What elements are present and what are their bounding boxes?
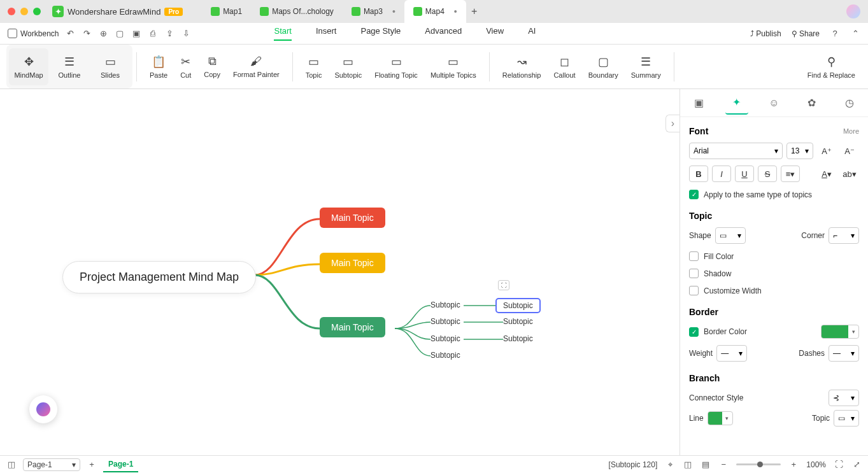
central-topic[interactable]: Project Management Mind Map	[62, 261, 256, 293]
subtopic-button[interactable]: ▭Subtopic	[328, 48, 368, 85]
main-topic-1[interactable]: Main Topic	[320, 208, 385, 228]
canvas[interactable]: › Project Management Mind Map Main Topic…	[0, 89, 679, 455]
connector-select[interactable]: ⊰▾	[829, 390, 859, 406]
paste-button[interactable]: 📋Paste	[143, 48, 174, 85]
border-color-checkbox[interactable]: ✓	[689, 327, 699, 337]
add-page-icon[interactable]: +	[87, 460, 97, 470]
zoom-value[interactable]: 100%	[806, 460, 826, 469]
undo-icon[interactable]: ↶	[65, 29, 75, 39]
chevron-up-icon[interactable]: ⌃	[850, 29, 860, 39]
main-topic-3[interactable]: Main Topic	[320, 317, 385, 337]
panel-tab-history[interactable]: ◷	[838, 92, 861, 115]
panel-tab-layout[interactable]: ▣	[688, 92, 711, 115]
view-outline[interactable]: ☰Outline	[50, 48, 89, 85]
print-icon[interactable]: ⎙	[148, 29, 158, 39]
panel-collapse-handle[interactable]: ›	[665, 115, 679, 132]
tab-map4[interactable]: Map4•	[404, 0, 466, 23]
subtopic-node[interactable]: Subtopic	[430, 300, 460, 309]
underline-button[interactable]: U	[735, 166, 754, 182]
menu-advanced[interactable]: Advanced	[425, 26, 462, 41]
floating-topic-button[interactable]: ▭Floating Topic	[368, 48, 424, 85]
tab-map1[interactable]: Map1	[202, 0, 251, 23]
page-selector[interactable]: Page-1▾	[23, 458, 80, 471]
workbench-button[interactable]: Workbench	[8, 29, 59, 38]
maximize-window[interactable]	[33, 8, 41, 15]
weight-select[interactable]: —▾	[716, 345, 747, 362]
strike-button[interactable]: S	[758, 166, 777, 182]
apply-same-checkbox[interactable]: ✓	[689, 190, 699, 199]
summary-button[interactable]: ☰Summary	[625, 48, 667, 85]
fullscreen-icon[interactable]: ⤢	[851, 460, 862, 470]
subtopic-node[interactable]: Subtopic	[503, 334, 533, 343]
menu-page-style[interactable]: Page Style	[360, 26, 401, 41]
zoom-out[interactable]: −	[718, 460, 729, 470]
share-button[interactable]: ⚲ Share	[792, 29, 820, 38]
tab-maps-of[interactable]: Maps Of...chology	[251, 0, 343, 23]
user-avatar[interactable]	[846, 4, 860, 18]
font-color[interactable]: A▾	[817, 166, 836, 182]
view-mindmap[interactable]: ✥MindMap	[9, 48, 48, 85]
fill-color-checkbox[interactable]	[689, 251, 699, 261]
close-window[interactable]	[8, 8, 15, 15]
save-icon[interactable]: ▣	[131, 29, 141, 39]
align-button[interactable]: ≡▾	[781, 166, 800, 182]
menu-start[interactable]: Start	[274, 26, 291, 41]
line-color[interactable]: ▾	[708, 411, 733, 425]
help-icon[interactable]: ?	[830, 29, 840, 39]
page-tab[interactable]: Page-1	[103, 457, 138, 472]
callout-button[interactable]: ◻Callout	[547, 48, 581, 85]
font-size-select[interactable]: 13▾	[786, 143, 813, 159]
menu-ai[interactable]: AI	[528, 26, 536, 41]
font-decrease[interactable]: A⁻	[840, 143, 859, 159]
layout2-icon[interactable]: ▤	[701, 460, 711, 470]
main-topic-2[interactable]: Main Topic	[320, 253, 385, 273]
layout1-icon[interactable]: ◫	[683, 460, 693, 470]
minimize-window[interactable]	[20, 8, 28, 15]
subtopic-node[interactable]: Subtopic	[430, 334, 460, 343]
text-case[interactable]: ab▾	[840, 166, 859, 182]
border-color-picker[interactable]: ▾	[821, 325, 859, 339]
publish-button[interactable]: ⤴ Publish	[750, 29, 781, 38]
find-replace-button[interactable]: ⚲Find & Replace	[801, 48, 862, 85]
shape-select[interactable]: ▭▾	[715, 227, 746, 244]
shadow-checkbox[interactable]	[689, 269, 699, 278]
corner-select[interactable]: ⌐▾	[829, 227, 859, 244]
export-icon[interactable]: ⇪	[164, 29, 174, 39]
font-increase[interactable]: A⁺	[817, 143, 836, 159]
subtopic-node[interactable]: Subtopic	[503, 317, 533, 326]
format-painter-button[interactable]: 🖌Format Painter	[227, 48, 286, 85]
panel-tab-icon[interactable]: ☺	[763, 92, 786, 115]
new-icon[interactable]: ⊕	[98, 29, 108, 39]
boundary-button[interactable]: ▢Boundary	[582, 48, 625, 85]
multiple-topics-button[interactable]: ▭Multiple Topics	[424, 48, 483, 85]
font-more[interactable]: More	[843, 127, 859, 135]
relationship-button[interactable]: ↝Relationship	[496, 48, 548, 85]
subtopic-node[interactable]: Subtopic	[430, 317, 460, 326]
copy-button[interactable]: ⧉Copy	[197, 48, 227, 85]
import-icon[interactable]: ⇩	[181, 29, 191, 39]
redo-icon[interactable]: ↷	[82, 29, 92, 39]
menu-insert[interactable]: Insert	[316, 26, 337, 41]
tab-map3[interactable]: Map3•	[343, 0, 404, 23]
dashes-select[interactable]: —▾	[829, 345, 859, 362]
custom-width-checkbox[interactable]	[689, 286, 699, 295]
node-quick-icon[interactable]: ⛶	[498, 280, 509, 290]
menu-view[interactable]: View	[486, 26, 504, 41]
cut-button[interactable]: ✂Cut	[174, 48, 197, 85]
branch-topic-select[interactable]: ▭▾	[834, 410, 859, 427]
open-icon[interactable]: ▢	[115, 29, 125, 39]
panel-tab-clipart[interactable]: ✿	[800, 92, 823, 115]
fit-screen-icon[interactable]: ⛶	[834, 460, 844, 470]
zoom-slider[interactable]	[736, 463, 781, 465]
italic-button[interactable]: I	[712, 166, 731, 182]
subtopic-selected[interactable]: Subtopic	[495, 298, 541, 313]
mouse-icon[interactable]: ⌖	[665, 460, 675, 470]
panel-tab-style[interactable]: ✦	[725, 92, 748, 115]
pages-panel-icon[interactable]: ◫	[6, 460, 17, 470]
bold-button[interactable]: B	[689, 166, 708, 182]
ai-fab[interactable]	[29, 395, 57, 423]
subtopic-node[interactable]: Subtopic	[430, 351, 460, 360]
topic-button[interactable]: ▭Topic	[299, 48, 329, 85]
font-family-select[interactable]: Arial▾	[689, 143, 783, 159]
zoom-in[interactable]: +	[788, 460, 799, 470]
